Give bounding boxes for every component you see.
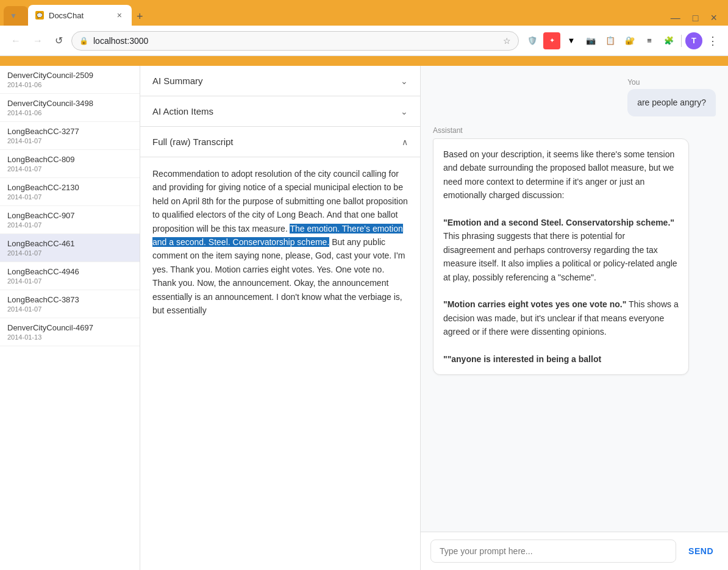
sidebar-scroll-area: DenverCityCouncil-2509 2014-01-06 Denver… bbox=[0, 66, 140, 346]
address-input[interactable] bbox=[93, 36, 498, 46]
sidebar-item-title-5: LongBeachCC-907 bbox=[7, 211, 132, 220]
extension-icon-5[interactable]: 📋 bbox=[602, 32, 619, 49]
sidebar-item-9[interactable]: DenverCityCouncil-4697 2014-01-13 bbox=[0, 318, 140, 346]
sidebar-item-4[interactable]: LongBeachCC-2130 2014-01-07 bbox=[0, 178, 140, 206]
sidebar-item-title-2: LongBeachCC-3277 bbox=[7, 127, 132, 136]
sidebar-item-date-1: 2014-01-06 bbox=[7, 109, 132, 116]
back-button[interactable]: ← bbox=[7, 33, 24, 49]
sidebar-item-title-3: LongBeachCC-809 bbox=[7, 155, 132, 164]
user-message-label: You bbox=[627, 78, 716, 87]
browser-controls-bar: ← → ↺ 🔒 ☆ 🛡️ ✦ ▼ 📷 📋 🔐 ≡ 🧩 T ⋮ bbox=[0, 26, 728, 56]
ai-summary-section: AI Summary ⌄ bbox=[140, 66, 420, 96]
sidebar-item-date-9: 2014-01-13 bbox=[7, 333, 132, 341]
user-message-text: are people angry? bbox=[637, 96, 706, 109]
chat-messages-area: You are people angry? Assistant Based on… bbox=[421, 66, 728, 532]
tab-inactive[interactable]: ▼ bbox=[4, 6, 28, 26]
user-message: You are people angry? bbox=[627, 78, 716, 116]
extension-icon-7[interactable]: ≡ bbox=[641, 32, 658, 49]
sidebar-item-title-1: DenverCityCouncil-3498 bbox=[7, 99, 132, 108]
extension-icon-6[interactable]: 🔐 bbox=[621, 32, 638, 49]
tab-active[interactable]: 💬 DocsChat × bbox=[28, 5, 132, 26]
tab-bar: ▼ 💬 DocsChat × + — □ × bbox=[0, 0, 728, 26]
forward-button[interactable]: → bbox=[29, 33, 46, 49]
sidebar-item-6[interactable]: LongBeachCC-461 2014-01-07 bbox=[0, 234, 140, 262]
assistant-quote1-text: This phrasing suggests that there is pot… bbox=[443, 231, 677, 282]
sidebar-item-date-3: 2014-01-07 bbox=[7, 165, 132, 173]
browser-toolbar-icons: 🛡️ ✦ ▼ 📷 📋 🔐 ≡ 🧩 T ⋮ bbox=[524, 32, 721, 50]
ai-summary-header[interactable]: AI Summary ⌄ bbox=[140, 66, 420, 96]
ai-action-items-section: AI Action Items ⌄ bbox=[140, 96, 420, 127]
address-bar[interactable]: 🔒 ☆ bbox=[71, 31, 519, 51]
assistant-quote2: "Motion carries eight votes yes one vote… bbox=[443, 299, 626, 309]
ai-action-items-chevron: ⌄ bbox=[401, 107, 408, 116]
profile-button[interactable]: T bbox=[685, 32, 702, 49]
sidebar-item-date-0: 2014-01-06 bbox=[7, 81, 132, 88]
transcript-chevron-icon: ∧ bbox=[402, 137, 408, 147]
chat-panel: You are people angry? Assistant Based on… bbox=[421, 66, 728, 570]
sidebar-item-title-8: LongBeachCC-3873 bbox=[7, 295, 132, 304]
extension-icon-4[interactable]: 📷 bbox=[582, 32, 599, 49]
assistant-quote1: "Emotion and a second Steel. Conservator… bbox=[443, 218, 674, 227]
chat-input-field[interactable] bbox=[430, 540, 676, 563]
security-icon: 🔒 bbox=[79, 37, 88, 45]
browser-chrome: ▼ 💬 DocsChat × + — □ × ← → ↺ 🔒 ☆ 🛡️ ✦ bbox=[0, 0, 728, 66]
user-message-bubble: are people angry? bbox=[627, 89, 716, 116]
assistant-message: Assistant Based on your description, it … bbox=[433, 126, 689, 375]
sidebar-item-1[interactable]: DenverCityCouncil-3498 2014-01-06 bbox=[0, 94, 140, 122]
sidebar-item-title-6: LongBeachCC-461 bbox=[7, 239, 132, 248]
window-maximize-button[interactable]: □ bbox=[689, 12, 702, 25]
transcript-title: Full (raw) Transcript bbox=[152, 137, 234, 147]
sidebar-item-title-7: LongBeachCC-4946 bbox=[7, 267, 132, 276]
assistant-quote3-start: ""anyone is interested in being a ballot bbox=[443, 354, 601, 364]
send-button[interactable]: SEND bbox=[683, 544, 718, 558]
reload-button[interactable]: ↺ bbox=[51, 32, 66, 49]
tab-favicon: 💬 bbox=[35, 11, 44, 20]
sidebar-item-5[interactable]: LongBeachCC-907 2014-01-07 bbox=[0, 206, 140, 234]
sidebar-item-title-4: LongBeachCC-2130 bbox=[7, 183, 132, 192]
extension-icon-3[interactable]: ▼ bbox=[563, 32, 580, 49]
tab-close-button[interactable]: × bbox=[115, 10, 124, 21]
sidebar-item-title-0: DenverCityCouncil-2509 bbox=[7, 71, 132, 80]
ai-summary-chevron: ⌄ bbox=[401, 76, 408, 86]
window-close-button[interactable]: × bbox=[707, 10, 721, 26]
transcript-text-after: But any public comment on the item sayin… bbox=[152, 237, 405, 315]
sidebar-item-date-2: 2014-01-07 bbox=[7, 137, 132, 144]
transcript-body: Recommendation to adopt resolution of th… bbox=[140, 157, 420, 327]
app-container: DenverCityCouncil-2509 2014-01-06 Denver… bbox=[0, 66, 728, 570]
sidebar-item-7[interactable]: LongBeachCC-4946 2014-01-07 bbox=[0, 262, 140, 290]
sidebar-item-2[interactable]: LongBeachCC-3277 2014-01-07 bbox=[0, 122, 140, 150]
middle-panel: AI Summary ⌄ AI Action Items ⌄ Full (raw… bbox=[140, 66, 421, 570]
ai-action-items-title: AI Action Items bbox=[152, 106, 213, 116]
assistant-message-text: Based on your description, it seems like… bbox=[443, 148, 679, 366]
browser-menu-button[interactable]: ⋮ bbox=[705, 32, 721, 50]
sidebar-item-date-7: 2014-01-07 bbox=[7, 277, 132, 285]
sidebar-item-date-4: 2014-01-07 bbox=[7, 193, 132, 201]
chat-input-area: SEND bbox=[421, 532, 728, 570]
assistant-message-label: Assistant bbox=[433, 126, 689, 135]
tab-title: DocsChat bbox=[49, 11, 110, 20]
bookmark-icon[interactable]: ☆ bbox=[503, 36, 511, 46]
window-minimize-button[interactable]: — bbox=[667, 12, 684, 25]
assistant-message-bubble: Based on your description, it seems like… bbox=[433, 138, 689, 375]
sidebar-item-8[interactable]: LongBeachCC-3873 2014-01-07 bbox=[0, 290, 140, 318]
extensions-button[interactable]: 🧩 bbox=[660, 32, 677, 49]
sidebar-item-date-8: 2014-01-07 bbox=[7, 305, 132, 313]
transcript-header[interactable]: Full (raw) Transcript ∧ bbox=[140, 127, 420, 157]
sidebar-item-date-5: 2014-01-07 bbox=[7, 221, 132, 229]
ai-action-items-header[interactable]: AI Action Items ⌄ bbox=[140, 96, 420, 126]
inactive-tab-icon: ▼ bbox=[10, 12, 17, 20]
extension-icon-2[interactable]: ✦ bbox=[543, 32, 560, 49]
assistant-intro-text: Based on your description, it seems like… bbox=[443, 149, 674, 200]
extension-icon-1[interactable]: 🛡️ bbox=[524, 32, 541, 49]
toolbar-separator bbox=[681, 35, 682, 47]
sidebar-item-3[interactable]: LongBeachCC-809 2014-01-07 bbox=[0, 150, 140, 178]
sidebar-item-date-6: 2014-01-07 bbox=[7, 249, 132, 257]
new-tab-button[interactable]: + bbox=[132, 8, 148, 26]
transcript-section: Full (raw) Transcript ∧ Recommendation t… bbox=[140, 127, 420, 327]
sidebar: DenverCityCouncil-2509 2014-01-06 Denver… bbox=[0, 66, 140, 570]
ai-summary-title: AI Summary bbox=[152, 76, 203, 86]
sidebar-item-title-9: DenverCityCouncil-4697 bbox=[7, 323, 132, 332]
sidebar-item-0[interactable]: DenverCityCouncil-2509 2014-01-06 bbox=[0, 66, 140, 94]
